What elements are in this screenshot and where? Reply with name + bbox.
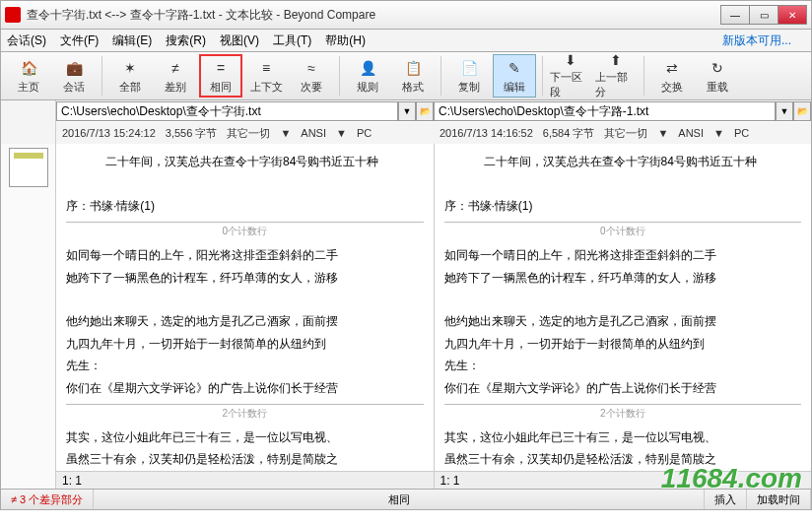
divider-label: 0个计数行 — [444, 222, 802, 239]
next-diff-button[interactable]: ⬇下一区段 — [549, 54, 592, 98]
rules-button[interactable]: 👤规则 — [346, 54, 389, 98]
right-path-dropdown[interactable]: ▼ — [776, 101, 793, 121]
copy-button[interactable]: 📄复制 — [447, 54, 491, 98]
copy-icon: 📄 — [459, 58, 479, 78]
approx-icon: ≈ — [302, 58, 321, 78]
context-icon: ≡ — [256, 58, 276, 78]
close-button[interactable]: ✕ — [778, 5, 807, 25]
home-icon: 🏠 — [19, 58, 38, 78]
menu-edit[interactable]: 编辑(E) — [112, 33, 152, 49]
prev-diff-button[interactable]: ⬆上一部分 — [594, 54, 638, 98]
swap-button[interactable]: ⇄交换 — [650, 54, 694, 98]
thumbnail-icon — [9, 148, 48, 187]
status-insert: 插入 — [705, 490, 747, 509]
right-pane[interactable]: 二十年间，汉芙总共在查令十字街84号购书近五十种 序：书缘·情缘(1) 0个计数… — [435, 144, 812, 489]
briefcase-icon: 💼 — [64, 58, 84, 78]
separator — [643, 56, 644, 96]
up-icon: ⬆ — [606, 52, 626, 68]
menu-search[interactable]: 搜索(R) — [166, 33, 206, 49]
right-path-input[interactable] — [434, 101, 776, 121]
pencil-icon: ✎ — [505, 58, 524, 78]
title-bar: 查令十字街.txt <--> 查令十字路-1.txt - 文本比较 - Beyo… — [0, 0, 812, 30]
separator — [339, 56, 340, 96]
window-title: 查令十字街.txt <--> 查令十字路-1.txt - 文本比较 - Beyo… — [27, 7, 721, 24]
diff-button[interactable]: ≠差别 — [154, 54, 197, 98]
separator — [542, 56, 543, 96]
left-path-input[interactable] — [56, 101, 398, 121]
status-diffs: ≠ 3 个差异部分 — [1, 490, 94, 509]
edit-button[interactable]: ✎编辑 — [493, 54, 536, 98]
down-icon: ⬇ — [561, 52, 580, 68]
compare-content: 二十年间，汉芙总共在查令十字街84号购书近五十种 序：书缘·情缘(1) 0个计数… — [0, 144, 812, 489]
format-icon: 📋 — [403, 58, 423, 78]
path-row: ▼ 📂 ▼ 📂 — [0, 100, 812, 122]
left-pane[interactable]: 二十年间，汉芙总共在查令十字街84号购书近五十种 序：书缘·情缘(1) 0个计数… — [56, 144, 435, 489]
menu-view[interactable]: 视图(V) — [220, 33, 259, 49]
status-mode: 相同 — [94, 490, 705, 509]
right-open-button[interactable]: 📂 — [793, 101, 811, 121]
toolbar: 🏠主页 💼会话 ✶全部 ≠差别 =相同 ≡上下文 ≈次要 👤规则 📋格式 📄复制… — [0, 51, 812, 100]
info-row: 2016/7/13 15:24:123,556 字节 其它一切▼ ANSI▼ P… — [0, 122, 812, 144]
thumbnail-gutter[interactable] — [1, 144, 56, 489]
menu-tools[interactable]: 工具(T) — [273, 33, 311, 49]
swap-icon: ⇄ — [662, 58, 682, 78]
app-icon — [5, 7, 21, 23]
minor-button[interactable]: ≈次要 — [290, 54, 333, 98]
divider-label: 0个计数行 — [66, 222, 424, 239]
separator — [102, 56, 102, 96]
format-button[interactable]: 📋格式 — [391, 54, 435, 98]
reload-button[interactable]: ↻重载 — [696, 54, 739, 98]
session-button[interactable]: 💼会话 — [52, 54, 96, 98]
menu-bar: 会话(S) 文件(F) 编辑(E) 搜索(R) 视图(V) 工具(T) 帮助(H… — [0, 30, 812, 51]
right-info: 2016/7/13 14:16:526,584 字节 其它一切▼ ANSI▼ P… — [434, 122, 811, 144]
divider-label: 2个计数行 — [444, 404, 802, 422]
nav-gutter-info — [1, 122, 56, 144]
reload-icon: ↻ — [708, 58, 727, 78]
equal-icon: = — [211, 58, 231, 78]
menu-session[interactable]: 会话(S) — [7, 33, 46, 49]
all-icon: ✶ — [120, 58, 140, 78]
context-button[interactable]: ≡上下文 — [244, 54, 288, 98]
right-cursor-pos: 1: 1 — [435, 471, 812, 489]
referee-icon: 👤 — [358, 58, 377, 78]
all-button[interactable]: ✶全部 — [108, 54, 152, 98]
same-button[interactable]: =相同 — [199, 54, 242, 98]
new-version-link[interactable]: 新版本可用... — [722, 33, 791, 49]
status-bar: ≠ 3 个差异部分 相同 插入 加载时间 — [0, 489, 812, 510]
menu-file[interactable]: 文件(F) — [60, 33, 99, 49]
separator — [440, 56, 441, 96]
minimize-button[interactable]: — — [720, 5, 750, 25]
left-open-button[interactable]: 📂 — [416, 101, 434, 121]
left-cursor-pos: 1: 1 — [56, 471, 434, 489]
status-loadtime: 加载时间 — [747, 490, 811, 509]
nav-gutter-top — [1, 100, 56, 122]
left-info: 2016/7/13 15:24:123,556 字节 其它一切▼ ANSI▼ P… — [56, 122, 434, 144]
menu-help[interactable]: 帮助(H) — [325, 33, 366, 49]
home-button[interactable]: 🏠主页 — [7, 54, 50, 98]
left-path-dropdown[interactable]: ▼ — [398, 101, 416, 121]
divider-label: 2个计数行 — [66, 404, 424, 422]
maximize-button[interactable]: ▭ — [749, 5, 778, 25]
notequal-icon: ≠ — [166, 58, 185, 78]
